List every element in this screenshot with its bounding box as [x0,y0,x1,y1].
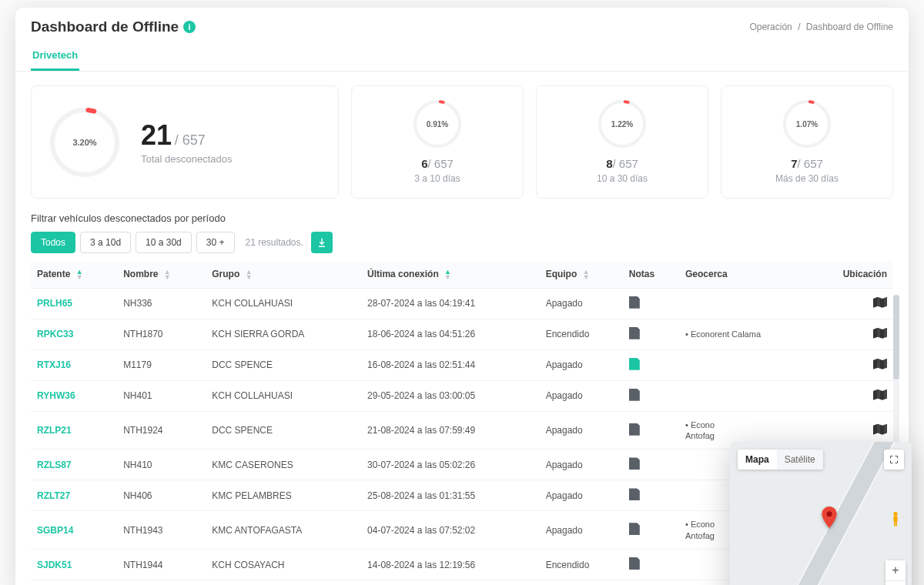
breadcrumb: Operación / Dashboard de Offline [749,22,893,32]
cell-equipo: Encendido [540,550,623,580]
patente-link[interactable]: RYHW36 [37,390,75,401]
page-title-text: Dashboard de Offline [31,18,179,35]
cell-ultima-conexion: 30-07-2024 a las 05:02:26 [361,450,540,480]
card-mas-30-dias[interactable]: 1.07% 7/ 657 Más de 30 días [721,85,893,199]
th-notas: Notas [623,261,679,288]
map-icon[interactable] [873,389,887,400]
patente-link[interactable]: RZLT27 [37,490,70,501]
fullscreen-button[interactable] [884,450,904,470]
note-icon[interactable] [629,557,640,570]
note-icon[interactable] [629,327,640,339]
gauge-3-10: 0.91% [413,100,461,148]
note-icon[interactable] [629,523,640,535]
note-icon[interactable] [629,488,640,500]
patente-link[interactable]: PRLH65 [37,298,72,309]
range-10-30: 10 a 30 días [597,173,648,184]
cell-grupo: KCH COLLAHUASI [206,380,361,411]
map-popup: Mapa Satélite + − Google Datos del mapa … [730,442,912,585]
patente-link[interactable]: RTXJ16 [37,359,71,370]
th-ultima-conexion[interactable]: Última conexión ▲▼ [361,261,540,288]
gauge-total-pct: 3.20% [72,138,96,147]
th-equipo[interactable]: Equipo ▲▼ [540,261,623,288]
gauge-mas-30-pct: 1.07% [796,120,818,129]
cell-grupo: DCC SPENCE [206,411,361,450]
note-icon[interactable] [629,389,640,401]
cell-geocerca [679,349,809,380]
cell-geocerca [679,288,809,319]
cell-grupo: DCC SPENCE [206,349,361,380]
map-icon[interactable] [873,328,887,339]
cell-nombre: NTH1924 [117,411,206,450]
cell-geocerca [679,380,809,411]
note-icon[interactable] [629,457,640,470]
cell-ultima-conexion: 04-07-2024 a las 07:52:02 [361,511,540,550]
cell-equipo: Apagado [540,450,623,480]
cell-nombre: NH410 [117,450,206,480]
patente-link[interactable]: SGBP14 [37,525,73,536]
cell-equipo: Apagado [540,380,623,411]
th-grupo[interactable]: Grupo ▲▼ [206,261,361,288]
breadcrumb-root[interactable]: Operación [749,22,792,32]
download-button[interactable] [311,232,333,253]
patente-link[interactable]: RZLS87 [37,460,72,470]
total-3-10: / 657 [427,157,453,170]
map-icon[interactable] [873,359,887,369]
note-icon[interactable] [629,296,640,309]
sort-icon: ▲▼ [246,269,253,280]
card-3-10-dias[interactable]: 0.91% 6/ 657 3 a 10 días [351,85,524,199]
cell-nombre: NTH1943 [117,511,206,550]
filter-30-plus[interactable]: 30 + [196,232,235,253]
gauge-3-10-pct: 0.91% [427,120,448,129]
svg-rect-2 [893,516,897,522]
patente-link[interactable]: RPKC33 [37,329,73,339]
cell-grupo: KMC ANTOFAGASTA [206,511,361,550]
map-type-satellite[interactable]: Satélite [777,450,823,470]
tab-drivetech[interactable]: Drivetech [31,43,79,71]
breadcrumb-current: Dashboard de Offline [806,22,893,32]
map-type-map[interactable]: Mapa [738,450,777,470]
zoom-in-button[interactable]: + [886,560,906,580]
total-10-30: / 657 [612,157,638,170]
cell-equipo: Apagado [540,349,623,380]
card-10-30-dias[interactable]: 1.22% 8/ 657 10 a 30 días [536,85,708,199]
gauge-10-30: 1.22% [598,100,646,148]
cell-grupo: KCH SIERRA GORDA [206,319,361,349]
gauge-mas-30: 1.07% [783,100,831,148]
cell-ultima-conexion: 21-08-2024 a las 07:59:49 [361,411,540,450]
filter-10-30d[interactable]: 10 a 30d [136,232,192,253]
cell-ultima-conexion: 25-08-2024 a las 01:31:55 [361,480,540,511]
cell-equipo: Apagado [540,480,623,511]
card-total-desconectados: 3.20% 21 / 657 Total desconectados [31,85,339,199]
info-icon[interactable]: i [183,21,196,33]
filter-3-10d[interactable]: 3 a 10d [80,232,131,253]
filter-todos[interactable]: Todos [31,232,75,253]
note-icon[interactable] [629,423,640,436]
tabs: Drivetech [15,35,909,72]
page-title: Dashboard de Offline i [31,18,196,35]
sort-icon: ▲▼ [583,269,590,280]
breadcrumb-sep: / [798,22,800,32]
svg-point-1 [893,512,897,516]
map-icon[interactable] [873,424,887,435]
cell-geocerca: • Econorent Calama [679,319,809,349]
th-ubicacion: Ubicación [809,261,893,288]
sort-icon: ▲▼ [444,269,451,280]
filters-title: Filtrar vehículos desconectados por perí… [31,212,893,224]
pegman-icon[interactable] [886,510,906,530]
note-icon[interactable] [629,358,640,370]
cell-nombre: NTH1870 [117,319,206,349]
total-denominator: / 657 [175,132,206,148]
scrollbar-thumb[interactable] [893,295,899,379]
map-icon[interactable] [873,297,887,308]
cell-ultima-conexion: 16-08-2024 a las 02:51:44 [361,349,540,380]
patente-link[interactable]: SJDK51 [37,560,72,570]
cell-nombre: NH401 [117,380,206,411]
zoom-out-button[interactable]: − [886,580,906,585]
table-row: RTXJ16M1179DCC SPENCE16-08-2024 a las 02… [31,349,893,380]
table-row: PRLH65NH336KCH COLLAHUASI28-07-2024 a la… [31,288,893,319]
sort-icon: ▲▼ [164,269,171,280]
gauge-total: 3.20% [50,108,119,177]
patente-link[interactable]: RZLP21 [37,425,72,436]
th-nombre[interactable]: Nombre ▲▼ [117,261,206,288]
th-patente[interactable]: Patente ▲▼ [31,261,117,288]
